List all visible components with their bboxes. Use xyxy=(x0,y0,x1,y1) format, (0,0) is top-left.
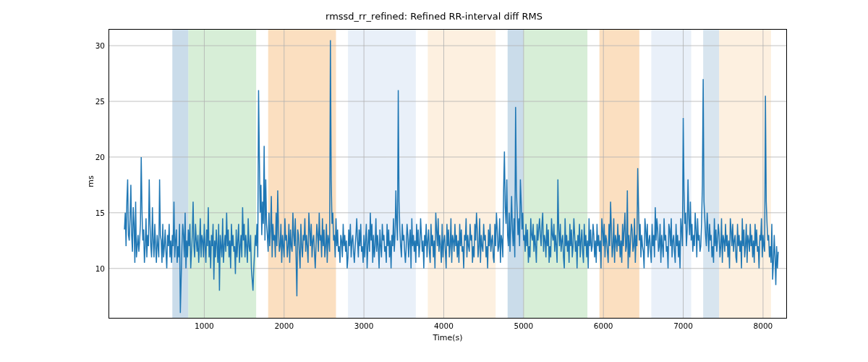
x-tick-label: 1000 xyxy=(195,321,214,330)
line-plot-canvas xyxy=(109,29,787,319)
chart-title: rmssd_rr_refined: Refined RR-interval di… xyxy=(0,11,868,22)
x-tick-label: 2000 xyxy=(274,321,294,330)
x-axis-label: Time(s) xyxy=(109,333,787,342)
figure: rmssd_rr_refined: Refined RR-interval di… xyxy=(0,0,868,362)
x-tick-label: 7000 xyxy=(673,321,693,330)
x-tick-label: 4000 xyxy=(434,321,454,330)
y-tick-labels: 1015202530 xyxy=(0,29,105,319)
x-tick-label: 3000 xyxy=(354,321,374,330)
y-tick-label: 10 xyxy=(95,264,105,273)
y-tick-label: 20 xyxy=(95,153,105,161)
x-tick-labels: 10002000300040005000600070008000 xyxy=(109,321,787,332)
y-tick-label: 15 xyxy=(95,209,105,217)
x-tick-label: 8000 xyxy=(754,321,773,330)
x-tick-label: 5000 xyxy=(514,321,533,330)
x-tick-label: 6000 xyxy=(594,321,613,330)
plot-area xyxy=(109,29,787,319)
y-tick-label: 30 xyxy=(95,41,105,50)
y-tick-label: 25 xyxy=(95,97,105,106)
